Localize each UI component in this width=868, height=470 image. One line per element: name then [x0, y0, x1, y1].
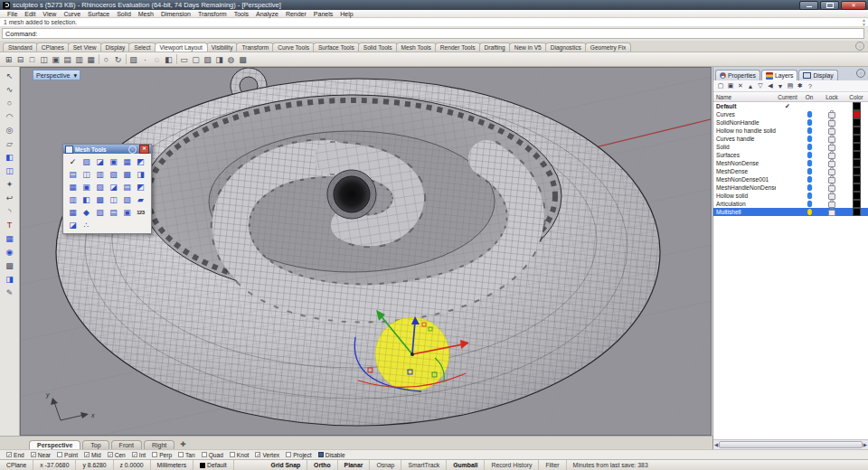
layer-row[interactable]: MeshHandleNonDense	[713, 183, 868, 192]
maximize-button[interactable]	[820, 1, 839, 10]
viewport-title[interactable]: Perspective ▾	[33, 70, 80, 80]
layer-on-bulb-icon[interactable]	[807, 127, 812, 134]
filter-icon[interactable]: ▼	[776, 83, 785, 89]
named-view-icon[interactable]: ▭	[178, 53, 190, 65]
layer-color-swatch[interactable]	[853, 183, 861, 192]
layer-row[interactable]: Hollow solid	[713, 192, 868, 200]
status-field[interactable]: x -37.0680	[33, 460, 76, 470]
toolbar-tab[interactable]: Standard	[3, 42, 38, 52]
mesh-tool-icon[interactable]: ◪	[93, 155, 107, 168]
grid-icon[interactable]: ▩	[3, 258, 17, 272]
layer-color-swatch[interactable]	[853, 127, 861, 135]
layer-lock-icon[interactable]	[828, 153, 835, 159]
menu-item[interactable]: Solid	[113, 11, 135, 17]
osnap-checkbox[interactable]: Mid	[84, 452, 101, 458]
mesh-tool-icon[interactable]: ▥	[66, 193, 80, 206]
layer-row[interactable]: Solid	[713, 143, 868, 151]
layer-color-swatch[interactable]	[853, 151, 861, 159]
menu-item[interactable]: Dimension	[157, 11, 194, 17]
menu-item[interactable]: Render	[282, 11, 310, 17]
layer-row[interactable]: MeshNonDense001	[713, 175, 868, 183]
mesh-tool-icon[interactable]: ▩	[120, 168, 134, 181]
layer-on-bulb-icon[interactable]	[807, 184, 812, 191]
point-icon[interactable]: ·	[139, 53, 151, 65]
viewport-tab[interactable]: Top	[82, 440, 108, 449]
mesh-tool-icon[interactable]: ✓	[66, 155, 80, 168]
viewport-tab[interactable]: Front	[111, 440, 142, 449]
layer-lock-icon[interactable]	[828, 169, 835, 175]
join-icon[interactable]: ↩	[3, 191, 17, 204]
checkbox-icon[interactable]	[178, 452, 184, 457]
osnap-checkbox[interactable]: Quad	[202, 452, 223, 458]
palette-close-icon[interactable]: ✕	[139, 145, 149, 154]
menu-item[interactable]: Curve	[60, 11, 84, 17]
osnap-checkbox[interactable]: Disable	[318, 452, 345, 458]
osnap-checkbox[interactable]: Knot	[230, 452, 250, 458]
mesh-tool-icon[interactable]: ▩	[93, 193, 107, 206]
status-field[interactable]: Default	[193, 460, 234, 470]
layer-row[interactable]: Surfaces	[713, 151, 868, 159]
viewport-canvas[interactable]: x y	[21, 68, 711, 435]
select-arrow-icon[interactable]: ↖	[3, 69, 17, 82]
toolbar-tab[interactable]: Solid Tools	[358, 42, 398, 52]
layer-on-bulb-icon[interactable]	[807, 160, 812, 166]
column-current[interactable]: Current	[776, 94, 799, 100]
cylinder-icon[interactable]: ◫	[3, 164, 17, 177]
current-layer-check-icon[interactable]	[776, 127, 799, 135]
layer-color-swatch[interactable]	[853, 159, 861, 167]
column-on[interactable]: On	[799, 94, 819, 100]
current-layer-check-icon[interactable]	[776, 103, 799, 110]
layer-lock-icon[interactable]	[828, 177, 835, 183]
tab-layers[interactable]: Layers	[761, 70, 797, 80]
mesh-tool-icon[interactable]: ◫	[80, 168, 93, 181]
status-toggle[interactable]: Ortho	[307, 460, 338, 470]
layer-color-swatch[interactable]	[853, 110, 861, 118]
mesh-tool-icon[interactable]: ∴	[80, 219, 93, 231]
layer-row[interactable]: Curves	[713, 110, 868, 118]
ornament-mesh[interactable]	[56, 79, 660, 426]
layer-row[interactable]: Articulation	[713, 200, 868, 208]
layer-color-swatch[interactable]	[853, 200, 861, 208]
status-toggle[interactable]: Osnap	[370, 460, 401, 470]
new-layer-icon[interactable]: ▢	[716, 82, 725, 89]
circle-icon[interactable]: ○	[3, 96, 17, 109]
ellipse-icon[interactable]: ◎	[3, 123, 17, 136]
menu-item[interactable]: Edit	[21, 11, 39, 17]
osnap-checkbox[interactable]: Vertex	[255, 452, 279, 458]
background-image-icon[interactable]: ▧	[127, 53, 139, 65]
move-down-icon[interactable]: ▽	[756, 82, 765, 89]
layer-on-bulb-icon[interactable]	[807, 119, 812, 126]
mesh-tool-icon[interactable]: ▦	[66, 206, 80, 219]
box-icon[interactable]: ◧	[3, 150, 17, 164]
mesh-tool-icon[interactable]: ▣	[107, 155, 120, 168]
menu-item[interactable]: View	[39, 11, 60, 17]
layer-on-bulb-icon[interactable]	[807, 168, 812, 174]
tab-properties[interactable]: Properties	[715, 70, 760, 80]
layer-color-swatch[interactable]	[853, 192, 861, 200]
mesh-tool-icon[interactable]: ◩	[134, 181, 147, 193]
extrude-icon[interactable]: ✦	[3, 177, 17, 191]
toolbar-tab[interactable]: Surface Tools	[313, 42, 360, 52]
layer-name[interactable]: Curves handle	[713, 136, 776, 142]
status-toggle[interactable]: SmartTrack	[401, 460, 447, 470]
layer-row[interactable]: Default	[713, 102, 868, 110]
toolbar-tab[interactable]: Curve Tools	[272, 42, 315, 52]
layer-color-swatch[interactable]	[853, 208, 861, 216]
mesh-tool-icon[interactable]: ◪	[66, 219, 80, 231]
render-sphere-icon[interactable]: ◉	[3, 245, 17, 258]
checkbox-icon[interactable]	[255, 452, 260, 457]
camera-icon[interactable]: ◧	[163, 53, 175, 65]
layer-lock-icon[interactable]	[828, 202, 835, 208]
layer-on-bulb-icon[interactable]	[807, 176, 812, 183]
column-name[interactable]: Name	[713, 94, 776, 100]
viewport-grid-icon[interactable]: ▦	[85, 53, 97, 65]
current-layer-check-icon[interactable]	[776, 160, 799, 167]
current-layer-check-icon[interactable]	[776, 176, 799, 183]
layer-name[interactable]: MeshNonDense001	[713, 176, 776, 183]
layer-name[interactable]: MeshDense	[713, 168, 776, 174]
mesh-tool-icon[interactable]: ◫	[107, 193, 120, 206]
osnap-checkbox[interactable]: End	[6, 452, 24, 458]
mesh-tool-icon[interactable]: ▦	[120, 155, 134, 168]
menu-item[interactable]: Analyze	[252, 11, 282, 17]
current-layer-check-icon[interactable]	[776, 168, 799, 175]
